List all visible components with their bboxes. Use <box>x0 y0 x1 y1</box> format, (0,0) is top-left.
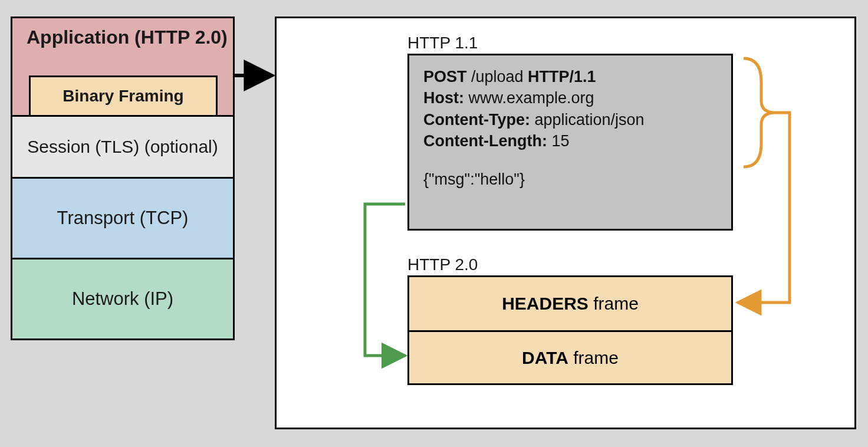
http11-request-box: POST /upload HTTP/1.1 Host: www.example.… <box>407 54 733 231</box>
layer-application-label: Application (HTTP 2.0) <box>27 27 228 48</box>
http11-request-line: POST /upload HTTP/1.1 <box>423 66 717 87</box>
http11-ctype-val: application/json <box>530 111 645 129</box>
http20-label: HTTP 2.0 <box>407 255 478 274</box>
http20-headers-frame: HEADERS frame <box>409 277 731 330</box>
http20-data-rest: frame <box>568 348 619 367</box>
layer-transport-label: Transport (TCP) <box>57 208 189 229</box>
protocol-stack: Application (HTTP 2.0) Binary Framing Se… <box>11 17 235 340</box>
http11-clen-line: Content-Length: 15 <box>423 130 717 152</box>
http20-data-frame: DATA frame <box>409 330 731 383</box>
layer-network-label: Network (IP) <box>72 288 173 310</box>
http20-data-bold: DATA <box>522 348 568 367</box>
http20-frames-box: HEADERS frame DATA frame <box>407 275 733 385</box>
layer-transport: Transport (TCP) <box>11 177 235 259</box>
http11-host-key: Host: <box>423 89 464 107</box>
layer-session-label: Session (TLS) (optional) <box>27 137 218 157</box>
http11-path: /upload <box>467 68 528 86</box>
comparison-panel: HTTP 1.1 POST /upload HTTP/1.1 Host: www… <box>275 17 856 429</box>
layer-binary-framing-label: Binary Framing <box>63 87 183 106</box>
layer-network: Network (IP) <box>11 258 235 340</box>
http11-host-val: www.example.org <box>464 89 594 107</box>
http11-ctype-line: Content-Type: application/json <box>423 109 717 130</box>
http11-body: {"msg":"hello"} <box>423 169 717 190</box>
brace-headers <box>744 58 775 167</box>
arrow-body-to-data <box>365 204 405 356</box>
http20-headers-bold: HEADERS <box>502 294 588 313</box>
http20-headers-rest: frame <box>588 294 639 313</box>
http11-ctype-key: Content-Type: <box>423 111 530 129</box>
layer-application: Application (HTTP 2.0) Binary Framing <box>11 17 235 117</box>
layer-binary-framing: Binary Framing <box>29 75 218 117</box>
http11-method: POST <box>423 68 467 86</box>
http11-clen-key: Content-Length: <box>423 132 547 150</box>
http11-label: HTTP 1.1 <box>407 34 478 52</box>
http11-version: HTTP/1.1 <box>528 68 596 86</box>
arrow-headers-to-headersframe <box>738 113 790 303</box>
http11-host-line: Host: www.example.org <box>423 87 717 109</box>
layer-session: Session (TLS) (optional) <box>11 115 235 179</box>
http11-clen-val: 15 <box>547 132 570 150</box>
